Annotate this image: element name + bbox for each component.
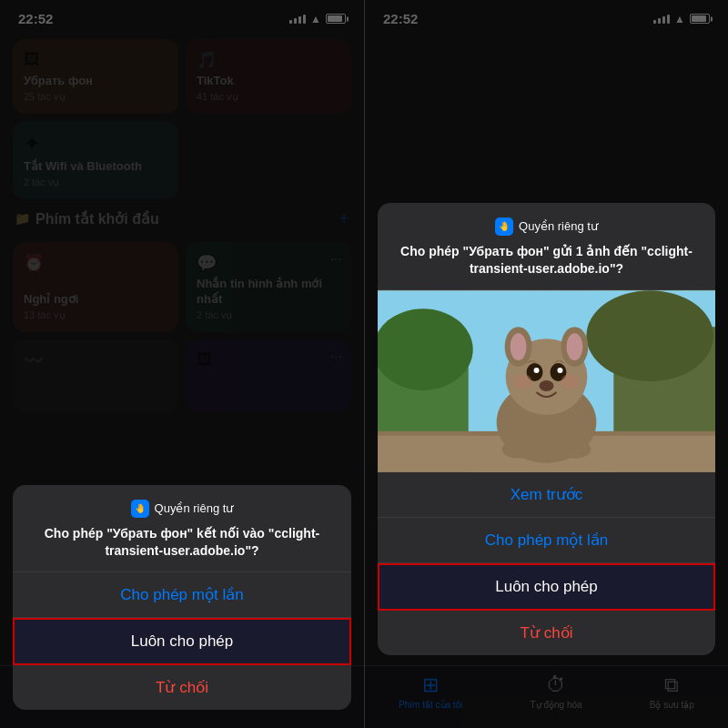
left-btn-once[interactable]: Cho phép một lần bbox=[13, 572, 351, 618]
left-privacy-text: Quyền riêng tư bbox=[155, 501, 234, 515]
left-permission-dialog: 🤚 Quyền riêng tư Cho phép "Убрать фон" k… bbox=[13, 485, 351, 710]
svg-point-11 bbox=[511, 333, 527, 360]
svg-point-12 bbox=[566, 333, 582, 360]
right-privacy-label-row: 🤚 Quyền riêng tư bbox=[392, 217, 701, 236]
left-btn-always[interactable]: Luôn cho phép bbox=[13, 618, 351, 665]
left-btn-deny[interactable]: Từ chối bbox=[13, 665, 351, 710]
right-btn-preview[interactable]: Xem trước bbox=[378, 472, 715, 518]
svg-point-17 bbox=[540, 380, 554, 391]
left-dialog-header: 🤚 Quyền riêng tư Cho phép "Убрать фон" k… bbox=[13, 485, 351, 572]
right-privacy-text: Quyền riêng tư bbox=[519, 219, 598, 233]
right-phone-panel: 22:52 ▲ 📁 P bbox=[364, 0, 728, 728]
right-btn-once[interactable]: Cho phép một lần bbox=[378, 518, 715, 563]
right-permission-dialog: 🤚 Quyền riêng tư Cho phép "Убрать фон" g… bbox=[378, 203, 715, 655]
svg-point-4 bbox=[586, 290, 713, 381]
svg-point-16 bbox=[557, 368, 562, 373]
left-dialog-title: Cho phép "Убрать фон" kết nối vào "cclig… bbox=[27, 525, 337, 561]
quokka-svg bbox=[378, 290, 715, 472]
svg-point-18 bbox=[514, 374, 532, 389]
svg-point-3 bbox=[378, 308, 473, 390]
right-btn-deny[interactable]: Từ chối bbox=[378, 611, 715, 655]
svg-point-15 bbox=[534, 368, 540, 373]
left-dialog-overlay: 🤚 Quyền riêng tư Cho phép "Убрать фон" k… bbox=[0, 0, 364, 728]
svg-point-20 bbox=[502, 440, 535, 459]
right-dialog-overlay: 🤚 Quyền riêng tư Cho phép "Убрать фон" g… bbox=[365, 0, 728, 728]
svg-point-19 bbox=[561, 374, 579, 389]
quokka-preview-image bbox=[378, 290, 715, 472]
right-dialog-title: Cho phép "Убрать фон" gửi 1 ảnh đến "ccl… bbox=[392, 243, 701, 278]
left-privacy-label-row: 🤚 Quyền riêng tư bbox=[27, 500, 337, 518]
svg-point-21 bbox=[558, 440, 591, 459]
right-btn-always[interactable]: Luôn cho phép bbox=[378, 563, 715, 611]
right-privacy-icon: 🤚 bbox=[495, 217, 513, 236]
left-privacy-icon: 🤚 bbox=[131, 500, 149, 518]
left-phone-panel: 22:52 ▲ � bbox=[0, 0, 364, 728]
right-dialog-header: 🤚 Quyền riêng tư Cho phép "Убрать фон" g… bbox=[378, 203, 715, 290]
